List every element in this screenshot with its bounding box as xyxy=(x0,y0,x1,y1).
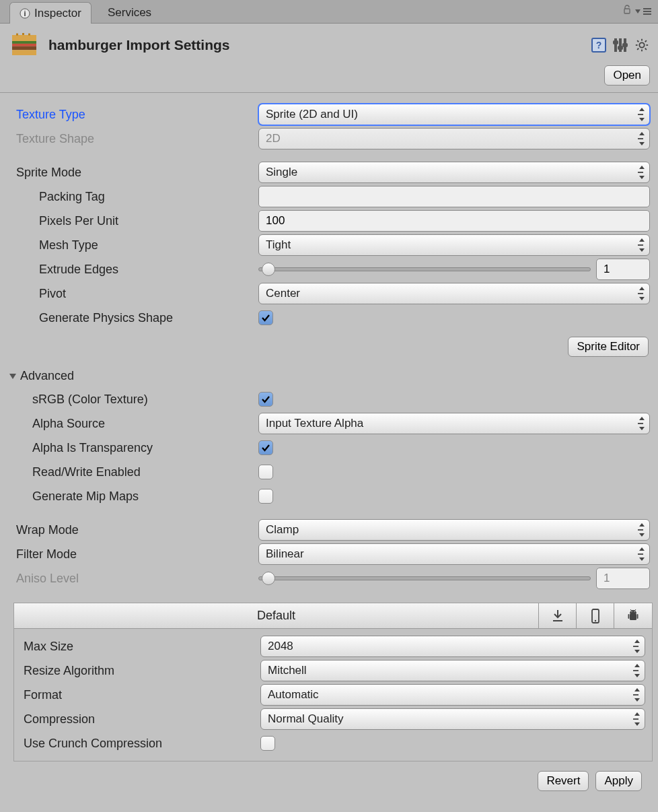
tab-inspector-label: Inspector xyxy=(34,7,81,20)
svg-line-17 xyxy=(645,48,647,50)
gear-icon[interactable] xyxy=(634,37,650,53)
svg-rect-5 xyxy=(12,44,36,46)
texture-type-dropdown[interactable]: Sprite (2D and UI) xyxy=(258,104,650,125)
gen-mips-checkbox[interactable] xyxy=(258,489,273,504)
aniso-slider xyxy=(258,572,591,585)
svg-line-16 xyxy=(637,40,638,42)
aniso-input xyxy=(596,568,650,589)
svg-rect-28 xyxy=(628,614,630,619)
compression-dropdown[interactable]: Normal Quality xyxy=(260,708,645,730)
texture-shape-label: Texture Shape xyxy=(16,132,258,146)
platform-tab-default[interactable]: Default xyxy=(14,603,539,629)
import-settings-form: Texture Type Sprite (2D and UI) Texture … xyxy=(0,93,658,809)
help-icon[interactable]: ? xyxy=(591,37,607,53)
max-size-label: Max Size xyxy=(21,640,260,654)
srgb-label: sRGB (Color Texture) xyxy=(16,393,258,407)
svg-rect-23 xyxy=(630,613,636,620)
generate-physics-label: Generate Physics Shape xyxy=(16,311,258,325)
platform-settings: Default Max Size 2048 Resize Algorithm M… xyxy=(13,603,653,762)
open-button[interactable]: Open xyxy=(604,65,650,86)
alpha-trans-label: Alpha Is Transparency xyxy=(16,441,258,455)
max-size-dropdown[interactable]: 2048 xyxy=(260,636,645,657)
packing-tag-label: Packing Tag xyxy=(16,190,258,204)
tab-services-label: Services xyxy=(108,6,151,20)
sprite-mode-dropdown[interactable]: Single xyxy=(258,162,650,183)
texture-type-label: Texture Type xyxy=(16,108,258,122)
alpha-source-dropdown[interactable]: Input Texture Alpha xyxy=(258,413,650,434)
platform-tab-android[interactable] xyxy=(614,603,652,629)
compression-label: Compression xyxy=(21,712,260,726)
platform-tab-standalone[interactable] xyxy=(539,603,577,629)
read-write-label: Read/Write Enabled xyxy=(16,465,258,479)
android-icon xyxy=(626,608,640,624)
svg-point-22 xyxy=(594,619,595,621)
mesh-type-dropdown[interactable]: Tight xyxy=(258,234,650,256)
svg-rect-10 xyxy=(28,34,30,36)
advanced-foldout[interactable]: Advanced xyxy=(9,369,650,383)
svg-line-18 xyxy=(637,48,638,50)
alpha-source-label: Alpha Source xyxy=(16,417,258,431)
generate-physics-checkbox[interactable] xyxy=(258,310,273,325)
asset-thumbnail-icon xyxy=(8,29,40,61)
info-icon: i xyxy=(20,8,30,19)
svg-point-25 xyxy=(634,611,635,612)
svg-text:i: i xyxy=(24,9,26,18)
extrude-edges-label: Extrude Edges xyxy=(16,263,258,277)
svg-line-26 xyxy=(630,609,632,611)
extrude-edges-input[interactable] xyxy=(596,259,650,280)
svg-line-27 xyxy=(635,609,636,611)
svg-point-11 xyxy=(639,42,644,47)
read-write-checkbox[interactable] xyxy=(258,465,273,479)
svg-point-24 xyxy=(631,611,632,612)
pixels-per-unit-input[interactable] xyxy=(258,210,650,232)
svg-rect-7 xyxy=(12,50,36,55)
revert-button[interactable]: Revert xyxy=(538,771,589,791)
pixels-per-unit-label: Pixels Per Unit xyxy=(16,214,258,228)
texture-shape-dropdown: 2D xyxy=(258,128,650,149)
svg-rect-9 xyxy=(22,33,24,35)
crunch-checkbox[interactable] xyxy=(260,736,275,751)
inspector-header: hamburger Import Settings ? Open xyxy=(0,24,658,93)
svg-rect-6 xyxy=(12,46,36,50)
svg-rect-29 xyxy=(637,614,638,619)
lock-icon[interactable] xyxy=(622,4,632,18)
tab-bar: i Inspector Services xyxy=(0,0,658,24)
pivot-label: Pivot xyxy=(16,287,258,301)
resize-label: Resize Algorithm xyxy=(21,664,260,678)
pivot-dropdown[interactable]: Center xyxy=(258,283,650,304)
svg-rect-3 xyxy=(12,35,36,41)
wrap-mode-dropdown[interactable]: Clamp xyxy=(258,519,650,541)
page-title: hamburger Import Settings xyxy=(48,37,230,53)
platform-tab-ios[interactable] xyxy=(577,603,614,629)
extrude-edges-slider[interactable] xyxy=(258,263,591,276)
dropdown-icon[interactable] xyxy=(635,9,641,13)
srgb-checkbox[interactable] xyxy=(258,392,273,407)
svg-line-19 xyxy=(645,40,647,42)
sprite-editor-button[interactable]: Sprite Editor xyxy=(568,337,649,357)
format-label: Format xyxy=(21,688,260,702)
gen-mips-label: Generate Mip Maps xyxy=(16,489,258,504)
resize-dropdown[interactable]: Mitchell xyxy=(260,660,645,681)
tab-inspector[interactable]: i Inspector xyxy=(9,2,92,24)
filter-mode-label: Filter Mode xyxy=(16,547,258,562)
svg-rect-2 xyxy=(624,9,630,13)
filter-mode-dropdown[interactable]: Bilinear xyxy=(258,543,650,565)
sprite-mode-label: Sprite Mode xyxy=(16,166,258,180)
wrap-mode-label: Wrap Mode xyxy=(16,523,258,537)
phone-icon xyxy=(589,608,602,624)
aniso-label: Aniso Level xyxy=(16,572,258,586)
crunch-label: Use Crunch Compression xyxy=(21,737,260,751)
format-dropdown[interactable]: Automatic xyxy=(260,684,645,706)
presets-icon[interactable] xyxy=(612,37,628,53)
download-icon xyxy=(551,608,564,624)
mesh-type-label: Mesh Type xyxy=(16,238,258,252)
apply-button[interactable]: Apply xyxy=(595,771,642,791)
svg-rect-4 xyxy=(12,41,36,44)
foldout-arrow-icon xyxy=(9,374,16,379)
context-menu-icon[interactable] xyxy=(643,8,651,15)
tab-services[interactable]: Services xyxy=(98,2,161,24)
alpha-trans-checkbox[interactable] xyxy=(258,440,273,455)
svg-rect-8 xyxy=(16,34,18,36)
packing-tag-input[interactable] xyxy=(258,186,650,207)
